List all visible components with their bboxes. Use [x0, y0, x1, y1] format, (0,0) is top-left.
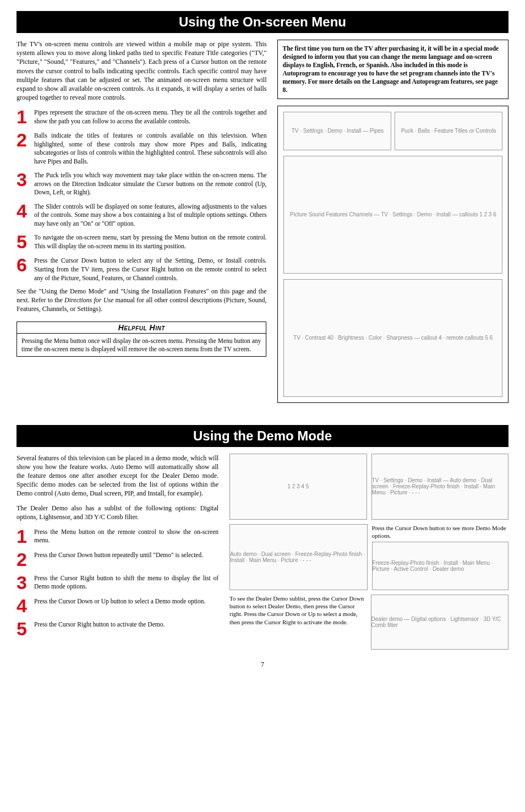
step-text: Press the Cursor Down or Up button to se… [34, 596, 218, 615]
step-number: 4 [17, 596, 34, 615]
section-title-demo: Using the Demo Mode [17, 425, 508, 447]
demo-remote-diagram: 1 2 3 4 5 [229, 454, 367, 520]
section2-intro: Several features of this television can … [17, 454, 218, 498]
step-5: 5 To navigate the on-screen menu, start … [17, 232, 266, 251]
demo-step-3: 3 Press the Cursor Right button to shift… [17, 573, 218, 592]
step-number: 5 [17, 619, 34, 638]
section1-columns: The TV's on-screen menu controls are vie… [17, 40, 508, 403]
section2-right: 1 2 3 4 5 TV · Settings · Demo · Install… [229, 454, 508, 650]
step-4: 4 The Slider controls will be displayed … [17, 201, 266, 228]
demo-menu-top: TV · Settings · Demo · Install — Auto de… [371, 454, 508, 520]
diagram-puck-balls: Puck · Balls · Feature Titles or Control… [395, 112, 502, 150]
step-number: 1 [17, 107, 34, 126]
step-number: 6 [17, 255, 34, 282]
demo-step-5: 5 Press the Cursor Right button to activ… [17, 619, 218, 638]
first-time-callout: The first time you turn on the TV after … [277, 40, 508, 99]
step-2: 2 Balls indicate the titles of features … [17, 130, 266, 166]
section1-left: The TV's on-screen menu controls are vie… [17, 40, 266, 403]
section2-intro2: The Dealer Demo also has a sublist of th… [17, 504, 218, 521]
step-number: 1 [17, 527, 34, 546]
step-number: 3 [17, 170, 34, 197]
section2-left: Several features of this television can … [17, 454, 218, 650]
section-title-onscreen: Using the On-screen Menu [17, 11, 508, 33]
section2-columns: Several features of this television can … [17, 454, 508, 650]
section1-right: The first time you turn on the TV after … [277, 40, 508, 403]
demo-list2-diagram: Freeze-Replay-Photo finish · Install · M… [372, 542, 508, 590]
helpful-hint-title: Helpful Hint [17, 322, 266, 333]
section1-diagram: TV · Settings · Demo · Install — Pipes P… [277, 106, 508, 403]
step-6: 6 Press the Cursor Down button to select… [17, 255, 266, 282]
demo-step-2: 2 Press the Cursor Down button repeatedl… [17, 550, 218, 569]
dealer-demo-sublist: Dealer demo — Digital options · Lightsen… [371, 595, 508, 650]
helpful-hint-body: Pressing the Menu button once will displ… [17, 333, 266, 357]
demo-right-caption: Press the Cursor Down button to see more… [372, 524, 508, 540]
step-number: 5 [17, 232, 34, 251]
diagram-slider: TV · Contrast 40 · Brightness · Color · … [283, 279, 502, 397]
step-number: 4 [17, 201, 34, 228]
section1-intro: The TV's on-screen menu controls are vie… [17, 40, 266, 102]
demo-step-4: 4 Press the Cursor Down or Up button to … [17, 596, 218, 615]
step-number: 2 [17, 550, 34, 569]
section1-closing: See the "Using the Demo Mode" and "Using… [17, 287, 266, 314]
step-number: 2 [17, 130, 34, 166]
step-number: 3 [17, 573, 34, 592]
step-1: 1 Pipes represent the structure of the o… [17, 107, 266, 126]
step-text: To navigate the on-screen menu, start by… [34, 232, 266, 251]
step-text: Press the Menu button on the remote cont… [34, 527, 218, 546]
step-text: Press the Cursor Down button to select a… [34, 255, 266, 282]
step-text: Press the Cursor Right button to activat… [34, 619, 218, 638]
step-text: Press the Cursor Down button repeatedly … [34, 550, 218, 569]
diagram-menu-remote: Picture Sound Features Channels — TV · S… [283, 156, 502, 274]
step-text: Balls indicate the titles of features or… [34, 130, 266, 166]
demo-list-diagram: Auto demo · Dual screen · Freeze-Replay-… [229, 524, 367, 590]
step-text: Press the Cursor Right button to shift t… [34, 573, 218, 592]
helpful-hint-box: Helpful Hint Pressing the Menu button on… [17, 321, 266, 357]
step-text: Pipes represent the structure of the on-… [34, 107, 266, 126]
demo-step-1: 1 Press the Menu button on the remote co… [17, 527, 218, 546]
step-text: The Puck tells you which way movement ma… [34, 170, 266, 197]
dealer-demo-caption: To see the Dealer Demo sublist, press th… [229, 595, 366, 650]
closing-italic: Directions for Use [64, 296, 113, 304]
step-3: 3 The Puck tells you which way movement … [17, 170, 266, 197]
page-number: 7 [17, 661, 508, 669]
step-text: The Slider controls will be displayed on… [34, 201, 266, 228]
diagram-pipes: TV · Settings · Demo · Install — Pipes [283, 112, 391, 150]
